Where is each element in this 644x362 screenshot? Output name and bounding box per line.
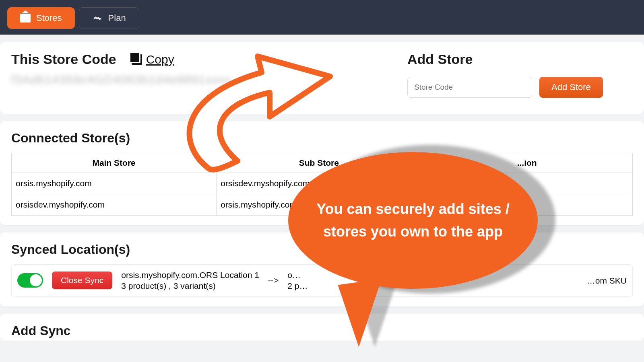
sync-toggle[interactable] [17,273,43,288]
add-store-button[interactable]: Add Store [539,77,603,98]
sync-target-line2: 2 p… [287,280,308,291]
copy-icon [132,54,142,65]
store-code-card: This Store Code Copy f3Ad614359c4GD4063b… [0,42,644,114]
callout-bubble: You can securely add sites / stores you … [288,152,538,289]
cell-main: orsis.myshopify.com [12,173,217,194]
add-store-title: Add Store [407,51,633,67]
connected-stores-title: Connected Store(s) [11,131,633,146]
tab-label: Stores [36,13,62,23]
add-sync-title: Add Sync [11,323,633,338]
arrow-icon: --> [268,276,279,285]
copy-button[interactable]: Copy [132,53,174,66]
tab-plan[interactable]: Plan [79,7,139,29]
store-code-title: This Store Code [11,51,116,67]
callout-tail [338,279,390,349]
col-main-store: Main Store [12,153,217,173]
handshake-icon [92,14,103,23]
sync-target: o… 2 p… [287,269,308,292]
store-code-value: f3Ad614359c4GD4063b1d4e8891xxxx [11,73,407,86]
tab-label: Plan [108,13,126,23]
tab-stores[interactable]: Stores [7,7,75,29]
store-icon [20,14,31,23]
close-sync-button[interactable]: Close Sync [52,272,112,289]
cell-main: orsisdev.myshopify.com [12,194,217,216]
sync-row: Close Sync orsis.myshopify.com.ORS Locat… [11,264,633,297]
sync-source-line2: 3 product(s) , 3 variant(s) [121,280,259,291]
top-navbar: Stores Plan [0,0,644,35]
sync-source-line1: orsis.myshopify.com.ORS Location 1 [121,269,259,280]
sync-target-line1: o… [287,269,308,280]
add-sync-card: Add Sync [0,314,644,341]
store-code-input[interactable] [407,77,532,98]
sync-suffix: …om SKU [587,275,627,286]
sync-source: orsis.myshopify.com.ORS Location 1 3 pro… [121,269,259,292]
callout-text: You can securely add sites / stores you … [288,198,538,243]
copy-label: Copy [146,53,174,66]
